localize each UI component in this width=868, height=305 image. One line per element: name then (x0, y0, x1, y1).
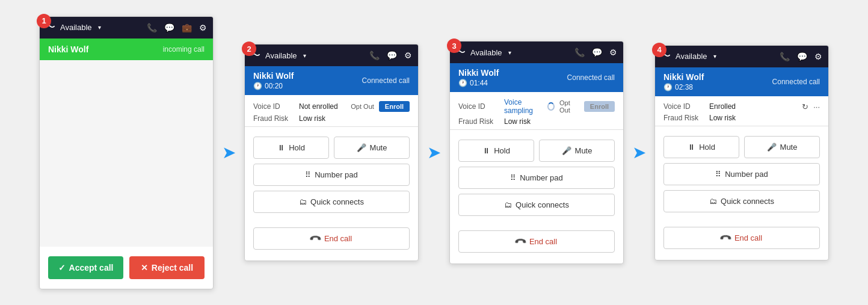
chevron-down-icon-4[interactable]: ▾ (713, 53, 716, 60)
panel-2: 〜 Available ▾ 📞 💬 ⚙ Nikki Wolf 🕐 00:20 (244, 44, 419, 261)
numpad-icon-4: ⠿ (715, 170, 721, 179)
enroll-button-3: Enroll (584, 101, 615, 112)
numpad-icon-2: ⠿ (305, 170, 311, 179)
chevron-down-icon-2[interactable]: ▾ (303, 52, 306, 59)
opt-out-link-3[interactable]: Opt Out (559, 99, 579, 114)
connected-name-2: Nikki Wolf (253, 71, 294, 81)
step-badge-3: 3 (447, 39, 461, 53)
fraud-risk-label-2: Fraud Risk (253, 114, 294, 123)
chat-icon-3[interactable]: 💬 (592, 48, 602, 57)
voice-id-label-2: Voice ID (253, 102, 294, 111)
voice-id-label-4: Voice ID (663, 102, 704, 111)
status-label-3: Available (470, 48, 502, 57)
quick-connects-label-3: Quick connects (516, 200, 569, 209)
clock-icon-3: 🕐 (458, 79, 467, 87)
number-pad-button-3[interactable]: ⠿ Number pad (458, 167, 615, 189)
connected-timer-2: 🕐 00:20 (253, 82, 294, 90)
number-pad-label-3: Number pad (520, 173, 563, 182)
gear-icon-2[interactable]: ⚙ (404, 51, 412, 60)
quick-connects-button-3[interactable]: 🗂 Quick connects (458, 194, 615, 216)
end-call-icon-3: 📞 (514, 235, 528, 248)
enrolled-actions: ↻ ··· (802, 102, 820, 111)
quick-icon-3: 🗂 (504, 200, 512, 209)
chat-icon-4[interactable]: 💬 (797, 52, 807, 61)
panel-2-header: 〜 Available ▾ 📞 💬 ⚙ (245, 45, 418, 66)
panel-4: 〜 Available ▾ 📞 💬 ⚙ Nikki Wolf 🕐 02:38 (654, 45, 829, 260)
fraud-risk-row-2: Fraud Risk Low risk (253, 114, 410, 123)
mute-label-3: Mute (575, 146, 593, 155)
gear-icon-4[interactable]: ⚙ (814, 52, 822, 61)
phone-icon-4[interactable]: 📞 (780, 52, 790, 61)
voice-id-value-4: Enrolled (709, 102, 736, 111)
connected-timer-3: 🕐 01:44 (458, 79, 499, 87)
voice-id-value-3: Voice sampling (504, 98, 555, 115)
voice-id-row-2: Voice ID Not enrolled Opt Out Enroll (253, 101, 410, 112)
opt-out-link-2[interactable]: Opt Out (351, 103, 374, 110)
hold-button-3[interactable]: ⏸ Hold (458, 140, 534, 162)
status-label-2: Available (265, 51, 297, 60)
end-call-button-3[interactable]: 📞 End call (458, 230, 615, 253)
connected-name-4: Nikki Wolf (663, 72, 704, 82)
number-pad-label-2: Number pad (315, 170, 358, 179)
gear-icon-1[interactable]: ⚙ (199, 23, 207, 32)
hold-mute-row-3: ⏸ Hold 🎤 Mute (458, 140, 615, 162)
step-badge-4: 4 (652, 43, 666, 57)
chevron-down-icon-1[interactable]: ▾ (98, 24, 101, 31)
quick-connects-button-4[interactable]: 🗂 Quick connects (663, 190, 820, 212)
hold-label-2: Hold (289, 143, 305, 152)
hold-button-4[interactable]: ⏸ Hold (663, 136, 739, 158)
refresh-icon-4[interactable]: ↻ (802, 102, 808, 111)
timer-value-2: 00:20 (265, 82, 283, 90)
panel-1-header: 〜 Available ▾ 📞 💬 💼 ⚙ (40, 17, 213, 39)
accept-call-label: Accept call (69, 263, 114, 273)
connected-info-3: Nikki Wolf 🕐 01:44 (458, 68, 499, 87)
step-badge-2: 2 (242, 42, 256, 56)
voice-section-3: Voice ID Voice sampling Opt Out Enroll F… (450, 92, 623, 130)
gear-icon-3[interactable]: ⚙ (609, 48, 617, 57)
end-call-button-2[interactable]: 📞 End call (253, 227, 410, 250)
arrow-1: ➤ (222, 143, 236, 162)
panel-3: 〜 Available ▾ 📞 💬 ⚙ Nikki Wolf 🕐 01:44 (449, 41, 624, 264)
chevron-down-icon-3[interactable]: ▾ (508, 49, 511, 56)
quick-connects-button-2[interactable]: 🗂 Quick connects (253, 191, 410, 213)
phone-icon-2[interactable]: 📞 (369, 51, 380, 60)
accept-call-button[interactable]: ✓ Accept call (48, 256, 123, 279)
chat-icon-1[interactable]: 💬 (164, 23, 174, 32)
connected-call-bar-2: Nikki Wolf 🕐 00:20 Connected call (245, 66, 418, 95)
mute-button-3[interactable]: 🎤 Mute (539, 140, 615, 162)
end-call-label-2: End call (324, 234, 352, 243)
connected-timer-4: 🕐 02:38 (663, 83, 704, 91)
reject-call-button[interactable]: ✕ Reject call (129, 256, 205, 279)
header-icons-4: 📞 💬 ⚙ (780, 52, 822, 61)
chat-icon-2[interactable]: 💬 (387, 51, 397, 60)
quick-connects-label-4: Quick connects (721, 197, 774, 206)
actions-area-3: ⏸ Hold 🎤 Mute ⠿ Number pad 🗂 Quick conne… (450, 130, 623, 263)
briefcase-icon-1[interactable]: 💼 (182, 23, 192, 32)
number-pad-button-2[interactable]: ⠿ Number pad (253, 164, 410, 186)
status-label-4: Available (676, 52, 707, 61)
caller-name-1: Nikki Wolf (48, 45, 88, 54)
phone-icon-3[interactable]: 📞 (574, 48, 585, 57)
end-call-button-4[interactable]: 📞 End call (663, 227, 820, 249)
fraud-risk-value-4: Low risk (709, 114, 736, 122)
hold-mute-row-2: ⏸ Hold 🎤 Mute (253, 137, 410, 159)
phone-icon-1[interactable]: 📞 (147, 23, 157, 32)
voice-id-row-4: Voice ID Enrolled ↻ ··· (663, 102, 820, 111)
timer-value-4: 02:38 (675, 83, 693, 91)
mute-button-4[interactable]: 🎤 Mute (744, 136, 820, 158)
end-call-label-3: End call (529, 237, 557, 246)
fraud-risk-row-4: Fraud Risk Low risk (663, 114, 820, 122)
hold-button-2[interactable]: ⏸ Hold (253, 137, 329, 159)
enroll-button-2[interactable]: Enroll (379, 101, 410, 112)
quick-icon-4: 🗂 (709, 197, 717, 206)
hold-mute-row-4: ⏸ Hold 🎤 Mute (663, 136, 820, 158)
connected-name-3: Nikki Wolf (458, 68, 499, 78)
mute-button-2[interactable]: 🎤 Mute (334, 137, 410, 159)
fraud-risk-row-3: Fraud Risk Low risk (458, 117, 615, 126)
hold-icon-2: ⏸ (277, 143, 285, 152)
hold-label-3: Hold (494, 146, 510, 155)
mute-label-2: Mute (370, 143, 387, 152)
number-pad-button-4[interactable]: ⠿ Number pad (663, 163, 820, 185)
more-icon-4[interactable]: ··· (813, 102, 820, 111)
quick-connects-label-2: Quick connects (310, 197, 364, 206)
